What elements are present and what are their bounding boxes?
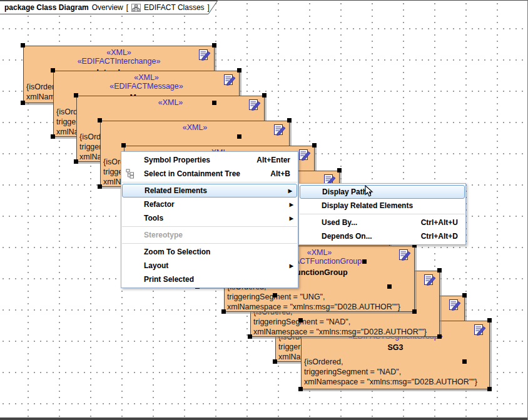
menu-shortcut: Alt+B [270, 167, 290, 181]
menu-item-display-related-elements[interactable]: Display Related Elements [299, 199, 465, 212]
containment-tree-icon [126, 169, 135, 179]
menu-item-print-selected[interactable]: Print Selected [121, 272, 298, 286]
menu-item-related-elements[interactable]: Related Elements▶ [122, 184, 297, 198]
selection-handle[interactable] [51, 68, 55, 72]
canvas-bottom-edge [0, 418, 527, 420]
diagram-frame-header: package Class Diagram Overview [ EDIFACT… [0, 1, 220, 16]
menu-separator [300, 214, 465, 214]
selection-handle[interactable] [98, 118, 102, 122]
stereotype-label [101, 132, 289, 141]
class-property: {isOrdered, [304, 357, 489, 367]
selection-handle[interactable] [237, 134, 241, 139]
selection-handle[interactable] [312, 143, 317, 148]
selection-handle[interactable] [248, 334, 252, 339]
stereotype-label: «XML» [77, 98, 264, 107]
selection-handle[interactable] [387, 284, 392, 289]
diagram-canvas[interactable]: «XML»«EDIFACTInterchange»Interchange{isO… [0, 0, 528, 420]
menu-item-stereotype[interactable]: Stereotype [121, 228, 298, 242]
documentation-icon [424, 274, 437, 286]
selection-handle[interactable] [287, 118, 292, 122]
menu-shortcut: Ctrl+Alt+D [421, 229, 458, 243]
menu-item-label: Print Selected [144, 272, 194, 286]
menu-item-label: Display Related Elements [322, 199, 413, 212]
menu-item-label: Zoom To Selection [144, 245, 210, 259]
menu-shortcut: Alt+Enter [256, 153, 290, 167]
selection-handle[interactable] [212, 43, 216, 48]
documentation-icon [224, 74, 236, 86]
selection-handle[interactable] [462, 359, 467, 364]
stereotype-label: «EDIFACTMessage» [54, 82, 239, 91]
selection-handle[interactable] [337, 168, 342, 172]
menu-item-label: Refactor [144, 198, 175, 211]
selection-handle[interactable] [237, 68, 241, 72]
menu-item-tools[interactable]: Tools▶ [121, 211, 298, 225]
documentation-icon [449, 299, 462, 311]
submenu-arrow-icon: ▶ [290, 259, 293, 273]
menu-item-refactor[interactable]: Refactor▶ [121, 198, 298, 211]
menu-item-label: Used By... [322, 216, 357, 229]
submenu-arrow-icon: ▶ [290, 198, 293, 212]
selection-handle[interactable] [212, 101, 216, 105]
selection-handle[interactable] [74, 93, 78, 98]
menu-item-display-paths[interactable]: Display Paths [300, 185, 465, 199]
stereotype-label: «XML» [54, 73, 239, 82]
menu-shortcut: Ctrl+Alt+U [421, 216, 458, 229]
selection-handle[interactable] [437, 268, 442, 272]
menu-item-depends-on[interactable]: Depends On...Ctrl+Alt+D [299, 229, 465, 243]
selection-handle[interactable] [298, 387, 303, 391]
class-property: triggeringSegment = "NAD", [253, 317, 439, 327]
selection-handle[interactable] [298, 318, 303, 322]
selection-handle[interactable] [221, 309, 226, 314]
selection-handle[interactable] [273, 359, 277, 364]
menu-item-label: Related Elements [145, 184, 207, 197]
documentation-icon [474, 324, 487, 336]
menu-item-label: Tools [144, 211, 163, 225]
menu-item-zoom-to-selection[interactable]: Zoom To Selection [121, 245, 298, 259]
diagram-kind-label: package Class Diagram [4, 3, 89, 12]
arrow-cursor-icon [365, 185, 373, 198]
class-property: xmlNamespace = "xmlns:msg="D02B.AUTHOR""… [227, 302, 414, 312]
menu-item-label: Depends On... [322, 229, 372, 243]
frame-label: EDIFACT Classes [144, 3, 204, 12]
selection-handle[interactable] [437, 334, 442, 339]
frame-bracket-close: ] [208, 3, 210, 12]
class-property: xmlNamespace = "xmlns:msg="D02B.AUTHOR""… [253, 327, 439, 337]
menu-item-layout[interactable]: Layout▶ [121, 259, 298, 272]
selection-handle[interactable] [412, 309, 417, 314]
documentation-icon [274, 124, 287, 136]
selection-handle[interactable] [462, 293, 467, 298]
documentation-icon [399, 249, 412, 261]
menu-item-label: Display Paths [322, 186, 372, 198]
context-menu: Symbol PropertiesAlt+EnterSelect in Cont… [121, 151, 298, 288]
documentation-icon [199, 49, 211, 61]
selection-handle[interactable] [362, 259, 367, 264]
selection-handle[interactable] [98, 184, 102, 189]
documentation-icon [249, 99, 261, 111]
selection-handle[interactable] [121, 143, 126, 148]
selection-handle[interactable] [262, 93, 267, 98]
menu-separator [122, 243, 297, 244]
selection-handle[interactable] [273, 293, 277, 298]
menu-item-label: Select in Containment Tree [144, 167, 240, 181]
selection-handle[interactable] [21, 101, 25, 105]
stereotype-label: «XML» [24, 48, 214, 57]
menu-item-used-by[interactable]: Used By...Ctrl+Alt+U [299, 216, 465, 229]
selection-handle[interactable] [51, 134, 55, 139]
menu-item-symbol-properties[interactable]: Symbol PropertiesAlt+Enter [121, 153, 298, 167]
mouse-cursor [365, 185, 373, 201]
selection-handle[interactable] [74, 159, 78, 164]
class-diagram-icon [131, 4, 141, 12]
class-property: triggeringSegment = "UNG", [227, 292, 414, 302]
submenu-arrow-icon: ▶ [290, 212, 293, 226]
selection-handle[interactable] [21, 43, 25, 48]
menu-item-select-in-containment-tree[interactable]: Select in Containment TreeAlt+B [121, 167, 298, 181]
class-name: SG3 [302, 342, 489, 352]
submenu-arrow-icon: ▶ [288, 185, 292, 198]
related-elements-submenu: Display PathsDisplay Related ElementsUse… [298, 183, 466, 245]
selection-handle[interactable] [487, 318, 492, 322]
stereotype-label: «EDIFACTInterchange» [24, 57, 214, 66]
selection-handle[interactable] [487, 387, 492, 391]
menu-item-label: Symbol Properties [144, 153, 210, 167]
menu-item-label: Stereotype [144, 228, 183, 242]
menu-item-label: Layout [144, 259, 168, 272]
